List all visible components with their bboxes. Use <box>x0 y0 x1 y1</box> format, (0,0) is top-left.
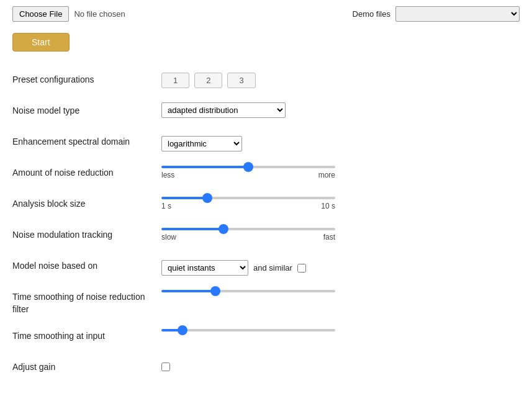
noise-reduction-labels: less more <box>161 171 335 179</box>
time-smoothing-input-label: Time smoothing at input <box>12 328 161 343</box>
noise-model-type-select[interactable]: adapted distribution stationary non-stat… <box>161 102 286 118</box>
enhancement-spectral-domain-select[interactable]: logarithmic linear power <box>161 136 242 151</box>
time-smoothing-input-slider[interactable] <box>161 329 335 331</box>
noise-reduction-slider[interactable] <box>161 166 335 168</box>
analysis-block-size-control: 1 s 10 s <box>161 196 520 210</box>
noise-modulation-tracking-label: Noise modulation tracking <box>12 227 161 241</box>
adjust-gain-label: Adjust gain <box>12 359 161 374</box>
start-button[interactable]: Start <box>12 33 70 52</box>
analysis-block-size-row: Analysis block size 1 s 10 s <box>12 189 520 220</box>
time-smoothing-filter-label: Time smoothing of noise reduction filter <box>12 289 161 315</box>
model-noise-based-label: Model noise based on <box>12 258 161 273</box>
noise-modulation-tracking-slider-wrapper: slow fast <box>161 228 520 241</box>
noise-reduction-slider-wrapper: less more <box>161 166 520 179</box>
adjust-gain-row: Adjust gain <box>12 353 520 384</box>
demo-files-section: Demo files <box>353 6 520 22</box>
noise-modulation-tracking-row: Noise modulation tracking slow fast <box>12 220 520 251</box>
noise-modulation-tracking-min-label: slow <box>161 233 176 241</box>
top-bar: Choose File No file chosen Demo files <box>12 6 520 22</box>
demo-files-select[interactable] <box>395 6 520 22</box>
noise-reduction-min-label: less <box>161 171 174 179</box>
time-smoothing-filter-slider[interactable] <box>161 290 335 292</box>
noise-model-type-control: adapted distribution stationary non-stat… <box>161 102 520 118</box>
time-smoothing-filter-control <box>161 289 520 294</box>
preset-button-2[interactable]: 2 <box>194 73 222 88</box>
preset-configurations-row: Preset configurations 1 2 3 <box>12 65 520 96</box>
noise-reduction-control: less more <box>161 164 520 179</box>
settings-container: Preset configurations 1 2 3 Noise model … <box>12 65 520 384</box>
noise-modulation-tracking-max-label: fast <box>323 233 335 241</box>
start-section: Start <box>12 33 520 65</box>
and-similar-label: and similar <box>253 263 292 273</box>
analysis-block-size-min-label: 1 s <box>161 202 171 210</box>
analysis-block-size-labels: 1 s 10 s <box>161 202 335 210</box>
preset-configurations-label: Preset configurations <box>12 71 161 86</box>
no-file-text: No file chosen <box>74 9 125 19</box>
noise-reduction-max-label: more <box>318 171 335 179</box>
preset-button-1[interactable]: 1 <box>161 73 189 88</box>
adjust-gain-checkbox[interactable] <box>161 363 170 371</box>
time-smoothing-input-row: Time smoothing at input <box>12 322 520 353</box>
model-noise-based-row-inner: quiet instants all custom and similar <box>161 260 520 276</box>
enhancement-spectral-domain-row: Enhancement spectral domain logarithmic … <box>12 127 520 158</box>
noise-model-type-label: Noise model type <box>12 102 161 117</box>
file-section: Choose File No file chosen <box>12 6 125 22</box>
model-noise-based-control: quiet instants all custom and similar <box>161 258 520 276</box>
model-noise-based-select[interactable]: quiet instants all custom <box>161 260 248 276</box>
analysis-block-size-label: Analysis block size <box>12 196 161 210</box>
adjust-gain-control <box>161 359 520 371</box>
noise-modulation-tracking-control: slow fast <box>161 227 520 241</box>
model-noise-based-row: Model noise based on quiet instants all … <box>12 251 520 282</box>
enhancement-spectral-domain-control: logarithmic linear power <box>161 133 520 151</box>
preset-configurations-control: 1 2 3 <box>161 71 520 88</box>
demo-files-label: Demo files <box>353 9 390 19</box>
time-smoothing-input-slider-wrapper <box>161 329 520 333</box>
preset-buttons: 1 2 3 <box>161 73 520 88</box>
analysis-block-size-slider-wrapper: 1 s 10 s <box>161 197 520 210</box>
analysis-block-size-max-label: 10 s <box>321 202 335 210</box>
noise-reduction-row: Amount of noise reduction less more <box>12 158 520 189</box>
preset-button-3[interactable]: 3 <box>227 73 255 88</box>
noise-modulation-tracking-slider[interactable] <box>161 228 335 230</box>
analysis-block-size-slider[interactable] <box>161 197 335 199</box>
time-smoothing-filter-row: Time smoothing of noise reduction filter <box>12 282 520 322</box>
enhancement-spectral-domain-label: Enhancement spectral domain <box>12 133 161 148</box>
time-smoothing-filter-slider-wrapper <box>161 290 520 294</box>
time-smoothing-input-control <box>161 328 520 333</box>
noise-model-type-row: Noise model type adapted distribution st… <box>12 96 520 127</box>
noise-modulation-tracking-labels: slow fast <box>161 233 335 241</box>
noise-reduction-label: Amount of noise reduction <box>12 164 161 179</box>
and-similar-checkbox[interactable] <box>297 264 306 273</box>
choose-file-button[interactable]: Choose File <box>12 6 69 22</box>
